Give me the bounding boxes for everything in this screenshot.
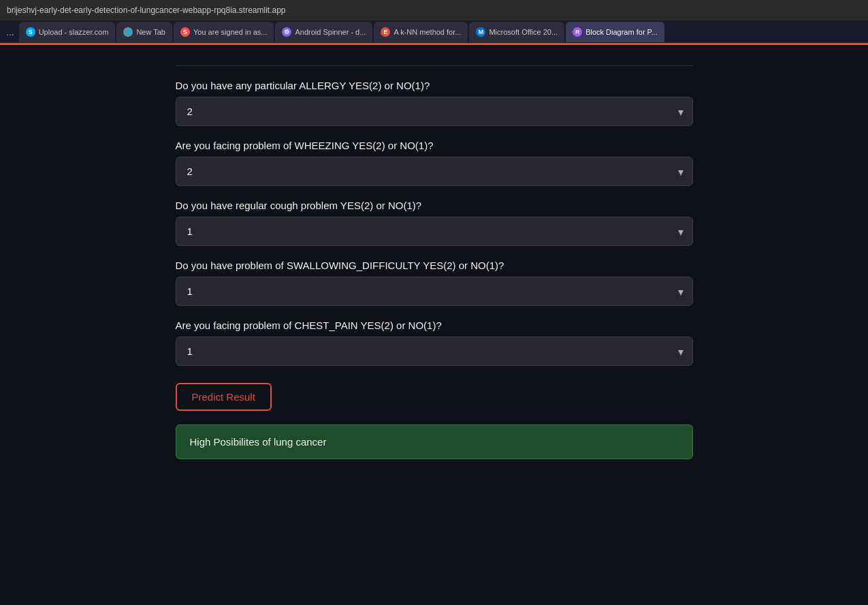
tab-newtab[interactable]: 🌐New Tab	[116, 22, 172, 42]
predict-button[interactable]: Predict Result	[176, 383, 272, 411]
tab-label-ms: Microsoft Office 20...	[489, 28, 558, 36]
tab-label-streamlit: You are signed in as...	[193, 28, 267, 36]
label-cough: Do you have regular cough problem YES(2)…	[176, 200, 693, 211]
result-text: High Posibilites of lung cancer	[190, 436, 327, 448]
select-wheezing[interactable]: 12	[176, 157, 693, 186]
tab-label-block: Block Diagram for P...	[585, 28, 658, 36]
select-cough[interactable]: 12	[176, 217, 693, 246]
select-swallowing[interactable]: 12	[176, 277, 693, 306]
tab-icon-streamlit: S	[180, 27, 190, 37]
tab-icon-ms: M	[476, 27, 485, 37]
tab-icon-slazzer: S	[26, 27, 35, 37]
tab-icon-block: R	[573, 27, 582, 37]
label-swallowing: Do you have problem of SWALLOWING_DIFFIC…	[176, 260, 693, 271]
divider	[176, 65, 693, 66]
tab-slazzer[interactable]: SUpload - slazzer.com	[19, 22, 116, 42]
select-chest_pain[interactable]: 12	[176, 337, 693, 366]
tab-icon-newtab: 🌐	[123, 27, 133, 37]
form-group-chest_pain: Are you facing problem of CHEST_PAIN YES…	[176, 320, 693, 366]
tab-icon-android: ⚙	[282, 27, 291, 37]
tab-streamlit[interactable]: SYou are signed in as...	[174, 22, 274, 42]
result-box: High Posibilites of lung cancer	[176, 424, 693, 459]
label-allergy: Do you have any particular ALLERGY YES(2…	[176, 80, 693, 91]
main-content: Do you have any particular ALLERGY YES(2…	[0, 45, 868, 605]
select-wrapper-cough: 12▾	[176, 217, 693, 246]
label-chest_pain: Are you facing problem of CHEST_PAIN YES…	[176, 320, 693, 331]
tab-label-knn: A k-NN method for...	[393, 28, 461, 36]
tab-icon-knn: E	[381, 27, 390, 37]
select-wrapper-chest_pain: 12▾	[176, 337, 693, 366]
select-wrapper-allergy: 12▾	[176, 97, 693, 126]
tab-ms[interactable]: MMicrosoft Office 20...	[469, 22, 564, 42]
select-allergy[interactable]: 12	[176, 97, 693, 126]
tab-block[interactable]: RBlock Diagram for P...	[566, 22, 664, 42]
form-group-wheezing: Are you facing problem of WHEEZING YES(2…	[176, 140, 693, 186]
form-group-swallowing: Do you have problem of SWALLOWING_DIFFIC…	[176, 260, 693, 306]
tab-bar: ...SUpload - slazzer.com🌐New TabSYou are…	[0, 20, 868, 45]
tab-knn[interactable]: EA k-NN method for...	[374, 22, 468, 42]
title-bar: brijeshvj-early-det-early-detection-of-l…	[0, 0, 868, 20]
select-wrapper-swallowing: 12▾	[176, 277, 693, 306]
label-wheezing: Are you facing problem of WHEEZING YES(2…	[176, 140, 693, 151]
form-container: Do you have any particular ALLERGY YES(2…	[162, 59, 707, 591]
tab-android[interactable]: ⚙Android Spinner - d...	[275, 22, 372, 42]
tab-label-newtab: New Tab	[136, 28, 165, 36]
select-wrapper-wheezing: 12▾	[176, 157, 693, 186]
form-group-allergy: Do you have any particular ALLERGY YES(2…	[176, 80, 693, 126]
browser-url: brijeshvj-early-det-early-detection-of-l…	[7, 5, 286, 15]
tab-label-slazzer: Upload - slazzer.com	[39, 28, 109, 36]
tab-dots: ...	[3, 27, 18, 37]
form-group-cough: Do you have regular cough problem YES(2)…	[176, 200, 693, 246]
tab-label-android: Android Spinner - d...	[295, 28, 366, 36]
